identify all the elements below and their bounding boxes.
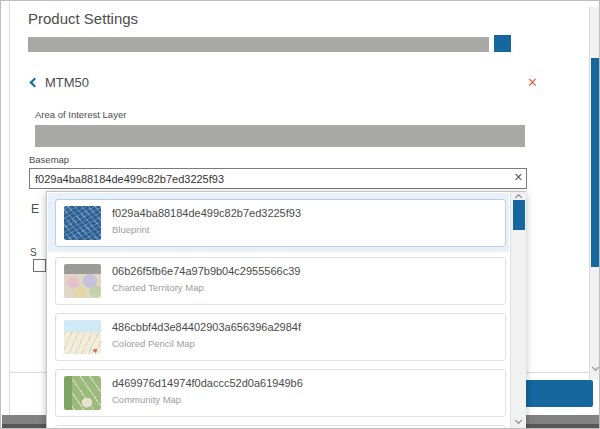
option-name: Blueprint bbox=[112, 224, 150, 235]
option-name: Charted Territory Map bbox=[112, 282, 204, 293]
basemap-option-partial[interactable] bbox=[55, 425, 506, 429]
dropdown-scrollbar[interactable] bbox=[510, 192, 526, 429]
option-id: f029a4ba88184de499c82b7ed3225f93 bbox=[112, 207, 301, 219]
basemap-option[interactable]: 486cbbf4d3e84402903a656396a2984f Colored… bbox=[55, 313, 506, 361]
primary-action-button[interactable] bbox=[524, 380, 593, 407]
option-name: Colored Pencil Map bbox=[112, 338, 195, 349]
clear-input-button[interactable]: ✕ bbox=[514, 171, 523, 184]
clipped-label-s: S bbox=[30, 247, 37, 258]
dropdown-scrollbar-thumb[interactable] bbox=[513, 200, 525, 230]
colored-pencil-thumbnail bbox=[64, 320, 101, 354]
page-title: Product Settings bbox=[28, 10, 138, 27]
chevron-down-icon bbox=[592, 364, 599, 371]
close-icon: ✕ bbox=[527, 75, 538, 90]
basemap-option[interactable]: 06b26f5fb6e74a97b9b04c2955566c39 Charted… bbox=[55, 257, 506, 305]
partial-checkbox[interactable] bbox=[33, 259, 46, 272]
basemap-dropdown: f029a4ba88184de499c82b7ed3225f93 Bluepri… bbox=[46, 191, 526, 429]
product-settings-window: Product Settings MTM50 ✕ Area of Interes… bbox=[0, 0, 600, 429]
close-button[interactable]: ✕ bbox=[525, 73, 540, 92]
aoi-label: Area of Interest Layer bbox=[35, 109, 126, 120]
clear-icon: ✕ bbox=[514, 171, 523, 183]
option-id: d469976d14974f0daccc52d0a61949b6 bbox=[112, 377, 303, 389]
clipped-label-e: E bbox=[31, 202, 39, 216]
back-label: MTM50 bbox=[45, 75, 89, 90]
option-id: 06b26f5fb6e74a97b9b04c2955566c39 bbox=[112, 265, 300, 277]
option-name: Community Map bbox=[112, 394, 181, 405]
basemap-option[interactable]: d469976d14974f0daccc52d0a61949b6 Communi… bbox=[55, 369, 506, 417]
aoi-redacted-field[interactable] bbox=[35, 125, 525, 147]
outer-scrollbar-thumb[interactable] bbox=[591, 58, 600, 267]
blueprint-thumbnail bbox=[64, 206, 101, 240]
basemap-option[interactable]: f029a4ba88184de499c82b7ed3225f93 Bluepri… bbox=[55, 199, 506, 247]
chevron-down-icon bbox=[515, 417, 522, 424]
basemap-input-wrap: ✕ bbox=[29, 168, 527, 189]
community-map-thumbnail bbox=[64, 376, 101, 410]
outer-scrollbar[interactable] bbox=[589, 7, 600, 380]
option-id: 486cbbf4d3e84402903a656396a2984f bbox=[112, 321, 301, 333]
charted-territory-thumbnail bbox=[64, 264, 101, 298]
modal-left-border bbox=[9, 1, 10, 415]
basemap-input[interactable] bbox=[29, 168, 527, 189]
blue-accent-button[interactable] bbox=[494, 35, 511, 52]
back-button[interactable]: MTM50 bbox=[31, 75, 89, 90]
redacted-title-field bbox=[28, 37, 489, 52]
basemap-label: Basemap bbox=[29, 154, 69, 165]
chevron-left-icon bbox=[30, 78, 40, 88]
